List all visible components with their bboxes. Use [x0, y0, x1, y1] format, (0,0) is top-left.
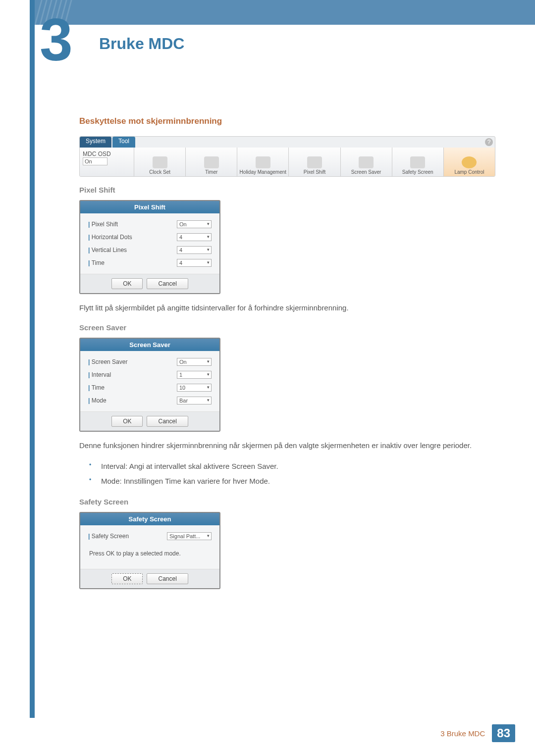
row-label: Mode	[88, 397, 107, 404]
list-item: Mode: Innstillingen Time kan variere for…	[89, 474, 495, 489]
ok-button[interactable]: OK	[111, 573, 143, 584]
screensaver-dd[interactable]: On	[177, 358, 212, 366]
safety-screen-heading: Safety Screen	[79, 498, 495, 506]
ribbon-item-clock-set[interactable]: Clock Set	[134, 148, 186, 176]
time-dd[interactable]: 4	[177, 259, 212, 267]
ribbon-tab-tool[interactable]: Tool	[112, 137, 135, 148]
list-item: Interval: Angi at intervallet skal aktiv…	[89, 459, 495, 474]
ribbon-item-safety-screen[interactable]: Safety Screen	[392, 148, 444, 176]
vlines-dd[interactable]: 4	[177, 246, 212, 254]
safety-screen-icon	[410, 156, 425, 168]
safety-screen-dialog-title: Safety Screen	[80, 513, 219, 525]
hdots-dd[interactable]: 4	[177, 233, 212, 241]
ribbon-item-holiday[interactable]: Holiday Management	[237, 148, 289, 176]
screen-saver-heading: Screen Saver	[79, 323, 495, 332]
cancel-button[interactable]: Cancel	[147, 573, 188, 584]
row-label: Interval	[88, 371, 111, 378]
ribbon-item-timer[interactable]: Timer	[186, 148, 237, 176]
safety-screen-dd[interactable]: Signal Patt...	[167, 532, 212, 540]
ribbon-left-panel: MDC OSD On	[80, 148, 134, 176]
row-label: Time	[88, 384, 105, 391]
mdc-osd-label: MDC OSD	[83, 151, 111, 157]
screen-saver-dialog-title: Screen Saver	[80, 339, 219, 351]
chapter-title: Bruke MDC	[99, 35, 184, 53]
ribbon-item-lamp-control[interactable]: Lamp Control	[444, 148, 495, 176]
row-label: Time	[88, 259, 105, 266]
safety-screen-dialog: Safety Screen Safety ScreenSignal Patt..…	[79, 512, 220, 589]
ribbon-item-pixel-shift[interactable]: Pixel Shift	[289, 148, 340, 176]
pixel-shift-desc: Flytt litt på skjermbildet på angitte ti…	[79, 301, 495, 314]
page-number: 83	[492, 724, 515, 742]
row-label: Pixel Shift	[88, 221, 118, 228]
pixel-shift-dialog: Pixel Shift Pixel ShiftOn Horizontal Dot…	[79, 200, 220, 294]
row-label: Vertical Lines	[88, 247, 127, 253]
row-label: Horizontal Dots	[88, 234, 132, 241]
interval-dd[interactable]: 1	[177, 371, 212, 379]
ok-button[interactable]: OK	[111, 278, 143, 289]
screen-saver-desc: Denne funksjonen hindrer skjerminnbrenni…	[79, 439, 495, 452]
calendar-icon	[256, 156, 270, 168]
row-label: Screen Saver	[88, 358, 127, 365]
cancel-button[interactable]: Cancel	[147, 416, 188, 427]
screen-saver-icon	[359, 156, 374, 168]
section-heading: Beskyttelse mot skjerminnbrenning	[79, 116, 495, 126]
pixel-shift-dialog-title: Pixel Shift	[80, 201, 219, 213]
mdc-osd-dropdown[interactable]: On	[83, 157, 107, 165]
clock-icon	[153, 156, 167, 168]
pixel-shift-dd[interactable]: On	[177, 220, 212, 228]
screen-saver-dialog: Screen Saver Screen SaverOn Interval1 Ti…	[79, 338, 220, 432]
time-dd[interactable]: 10	[177, 384, 212, 392]
pixel-shift-icon	[307, 156, 322, 168]
screen-saver-bullets: Interval: Angi at intervallet skal aktiv…	[89, 459, 495, 489]
side-accent-bar	[30, 0, 35, 718]
safety-screen-msg: Press OK to play a selected mode.	[88, 545, 212, 567]
header-band	[35, 0, 535, 25]
lamp-icon	[462, 156, 477, 168]
row-label: Safety Screen	[88, 533, 129, 540]
ok-button[interactable]: OK	[111, 416, 143, 427]
ribbon-tab-system[interactable]: System	[80, 137, 111, 148]
mode-dd[interactable]: Bar	[177, 397, 212, 404]
help-icon[interactable]: ?	[485, 138, 493, 146]
cancel-button[interactable]: Cancel	[147, 278, 188, 289]
footer-text: 3 Bruke MDC	[440, 729, 485, 738]
ribbon-item-screen-saver[interactable]: Screen Saver	[341, 148, 392, 176]
footer: 3 Bruke MDC 83	[440, 724, 515, 742]
ribbon-figure: System Tool ? MDC OSD On Clock Set Timer…	[79, 136, 495, 177]
timer-icon	[204, 156, 219, 168]
chapter-number: 3	[40, 10, 84, 59]
pixel-shift-heading: Pixel Shift	[79, 186, 495, 194]
